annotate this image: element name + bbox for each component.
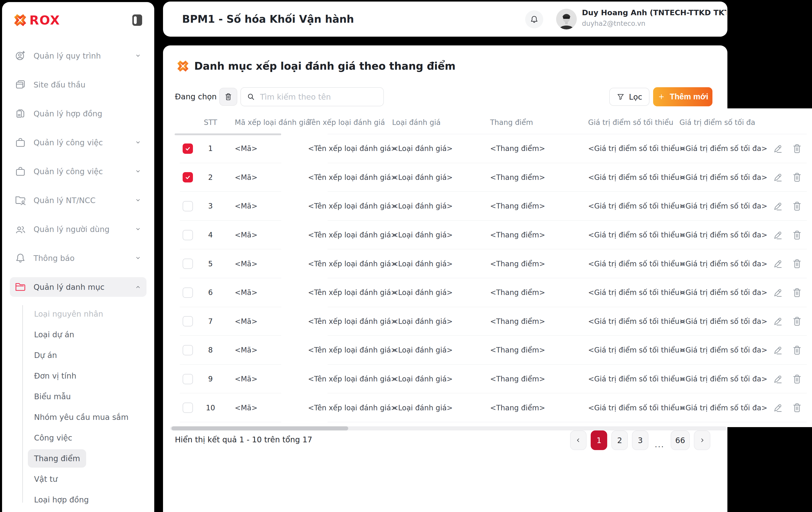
pagination-prev-button[interactable]	[570, 430, 586, 450]
delete-trash-icon[interactable]	[791, 344, 803, 356]
row-checkbox[interactable]	[183, 143, 193, 154]
cell-stt: 4	[195, 231, 226, 239]
row-checkbox[interactable]	[183, 403, 193, 413]
sidebar-item-7[interactable]: Thông báo	[2, 244, 154, 273]
sidebar-item-3[interactable]: Quản lý công việc	[2, 128, 154, 157]
delete-trash-icon[interactable]	[791, 316, 803, 327]
sidebar-item-1[interactable]: Site đấu thầu	[2, 70, 154, 99]
row-checkbox[interactable]	[183, 316, 193, 326]
cell-code: <Mã>	[226, 144, 299, 153]
edit-pencil-icon[interactable]	[772, 258, 784, 269]
submenu-item-label: Đơn vị tính	[28, 367, 83, 385]
edit-pencil-icon[interactable]	[772, 402, 784, 414]
delete-trash-icon[interactable]	[791, 258, 803, 269]
sidebar-collapse-icon[interactable]	[132, 14, 142, 26]
row-checkbox[interactable]	[183, 259, 193, 269]
sidebar-submenu: Loại nguyên nhânLoại dự ánDự ánĐơn vị tí…	[2, 304, 154, 510]
cell-max: <Giá trị điểm số tối đa>	[671, 346, 766, 354]
table-row: 3 <Mã> <Tên xếp loại đánh giá> <Loại đán…	[170, 192, 812, 221]
document-icon	[14, 108, 26, 119]
submenu-item-label: Nhóm yêu cầu mua sắm	[28, 408, 135, 426]
filter-button[interactable]: Lọc	[609, 88, 649, 106]
chevron-down-icon	[134, 225, 142, 233]
top-header: BPM1 - Số hóa Khối Vận hành Duy Hoang An…	[163, 2, 727, 37]
table-row: 8 <Mã> <Tên xếp loại đánh giá> <Loại đán…	[170, 336, 812, 365]
cell-max: <Giá trị điểm số tối đa>	[671, 288, 766, 297]
sidebar-item-label: Thông báo	[33, 254, 75, 263]
cell-min: <Giá trị điểm số tối thiểu>	[579, 346, 671, 354]
notification-button[interactable]	[525, 10, 543, 28]
sidebar-item-6[interactable]: Quản lý người dùng	[2, 215, 154, 244]
delete-trash-icon[interactable]	[791, 143, 803, 154]
pagination-next-button[interactable]	[694, 430, 710, 450]
edit-pencil-icon[interactable]	[772, 373, 784, 385]
cell-max: <Giá trị điểm số tối đa>	[671, 317, 766, 326]
add-new-button[interactable]: Thêm mới	[653, 87, 713, 106]
cell-min: <Giá trị điểm số tối thiểu>	[579, 144, 671, 153]
submenu-item-0[interactable]: Loại nguyên nhân	[2, 304, 154, 324]
sidebar-item-inner: Quản lý công việc	[10, 162, 146, 181]
horizontal-scrollbar[interactable]	[170, 426, 727, 430]
edit-pencil-icon[interactable]	[772, 200, 784, 212]
edit-pencil-icon[interactable]	[772, 287, 784, 298]
sidebar-item-0[interactable]: Quản lý quy trình	[2, 41, 154, 70]
table-row: 4 <Mã> <Tên xếp loại đánh giá> <Loại đán…	[170, 221, 812, 250]
row-checkbox[interactable]	[183, 201, 193, 211]
edit-pencil-icon[interactable]	[772, 143, 784, 154]
avatar[interactable]	[556, 9, 577, 29]
submenu-item-8[interactable]: Vật tư	[2, 468, 154, 489]
user-menu[interactable]: Duy Hoang Anh (TNTECH-TTKD TKT... duyha2…	[582, 8, 726, 27]
submenu-item-label: Loại nguyên nhân	[28, 305, 109, 323]
row-checkbox[interactable]	[183, 287, 193, 298]
sidebar-item-8[interactable]: Quản lý danh mục	[2, 273, 154, 302]
search-input[interactable]	[260, 92, 378, 102]
pagination-page-1[interactable]: 1	[591, 430, 607, 450]
check-icon	[184, 145, 192, 152]
bulk-delete-button[interactable]	[219, 88, 237, 106]
chevron-down-icon	[134, 139, 142, 146]
pagination-page-3[interactable]: 3	[632, 430, 648, 450]
edit-pencil-icon[interactable]	[772, 172, 784, 183]
delete-trash-icon[interactable]	[791, 402, 803, 414]
submenu-item-4[interactable]: Biểu mẫu	[2, 386, 154, 407]
sidebar-item-5[interactable]: Quản lý NT/NCC	[2, 186, 154, 215]
cell-code: <Mã>	[226, 202, 299, 210]
submenu-item-1[interactable]: Loại dự án	[2, 324, 154, 345]
delete-trash-icon[interactable]	[791, 229, 803, 241]
sidebar-item-2[interactable]: Quản lý hợp đồng	[2, 99, 154, 128]
delete-trash-icon[interactable]	[791, 200, 803, 212]
sidebar-item-4[interactable]: Quản lý công việc	[2, 157, 154, 186]
pagination-page-2[interactable]: 2	[611, 430, 628, 450]
submenu-item-9[interactable]: Loại hợp đồng	[2, 489, 154, 510]
submenu-item-6[interactable]: Công việc	[2, 427, 154, 448]
pagination-page-66[interactable]: 66	[671, 430, 690, 450]
horizontal-scrollbar-thumb[interactable]	[172, 426, 348, 430]
cell-type: <Loại đánh giá>	[383, 288, 481, 297]
submenu-item-2[interactable]: Dự án	[2, 345, 154, 365]
row-checkbox[interactable]	[183, 374, 193, 384]
submenu-item-3[interactable]: Đơn vị tính	[2, 365, 154, 386]
edit-pencil-icon[interactable]	[772, 229, 784, 241]
submenu-item-7[interactable]: Thang điểm	[2, 448, 154, 468]
row-checkbox[interactable]	[183, 230, 193, 240]
row-checkbox[interactable]	[183, 345, 193, 355]
briefcase-icon	[14, 165, 26, 177]
edit-pencil-icon[interactable]	[772, 344, 784, 356]
table-row: 5 <Mã> <Tên xếp loại đánh giá> <Loại đán…	[170, 249, 812, 278]
row-checkbox[interactable]	[183, 172, 193, 182]
delete-trash-icon[interactable]	[791, 287, 803, 298]
submenu-item-label: Thang điểm	[28, 449, 86, 467]
window-icon	[14, 79, 26, 91]
submenu-item-label: Vật tư	[28, 470, 64, 488]
cell-min: <Giá trị điểm số tối thiểu>	[579, 317, 671, 326]
logo-row: ROX	[2, 2, 154, 38]
table-row: 7 <Mã> <Tên xếp loại đánh giá> <Loại đán…	[170, 307, 812, 336]
data-table: STTMã xếp loại đánh giáTên xếp loại đánh…	[170, 108, 812, 427]
table-row: 2 <Mã> <Tên xếp loại đánh giá> <Loại đán…	[170, 163, 812, 192]
user-gear-icon	[14, 50, 26, 62]
edit-pencil-icon[interactable]	[772, 316, 784, 327]
delete-trash-icon[interactable]	[791, 172, 803, 183]
cell-min: <Giá trị điểm số tối thiểu>	[579, 202, 671, 210]
delete-trash-icon[interactable]	[791, 373, 803, 385]
submenu-item-5[interactable]: Nhóm yêu cầu mua sắm	[2, 407, 154, 427]
